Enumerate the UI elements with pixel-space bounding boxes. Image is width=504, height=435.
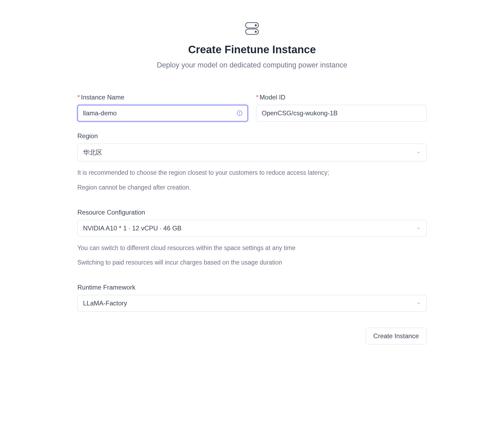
svg-point-2 <box>255 25 257 26</box>
model-id-label: *Model ID <box>256 94 427 101</box>
resource-select-value: NVIDIA A10 * 1 · 12 vCPU · 46 GB <box>83 224 182 232</box>
region-select[interactable]: 华北区 <box>77 144 427 161</box>
svg-point-3 <box>255 31 257 33</box>
chevron-down-icon <box>416 226 421 231</box>
page-title: Create Finetune Instance <box>77 44 427 56</box>
runtime-select[interactable]: LLaMA-Factory <box>77 295 427 312</box>
page-subtitle: Deploy your model on dedicated computing… <box>77 61 427 69</box>
chevron-down-icon <box>416 150 421 155</box>
region-select-value: 华北区 <box>83 148 102 157</box>
create-instance-button[interactable]: Create Instance <box>366 328 427 344</box>
instance-name-input[interactable] <box>77 105 248 122</box>
model-id-input[interactable] <box>256 105 427 122</box>
resource-help: You can switch to different cloud resour… <box>77 243 427 268</box>
runtime-select-value: LLaMA-Factory <box>83 299 127 307</box>
runtime-label: Runtime Framework <box>77 284 427 291</box>
warning-icon <box>237 110 243 116</box>
svg-point-6 <box>240 114 240 115</box>
chevron-down-icon <box>416 301 421 306</box>
server-icon <box>77 22 427 35</box>
resource-select[interactable]: NVIDIA A10 * 1 · 12 vCPU · 46 GB <box>77 220 427 237</box>
region-label: Region <box>77 132 427 140</box>
instance-name-label: *Instance Name <box>77 94 248 101</box>
region-help: It is recommended to choose the region c… <box>77 168 427 192</box>
resource-label: Resource Configuration <box>77 209 427 216</box>
